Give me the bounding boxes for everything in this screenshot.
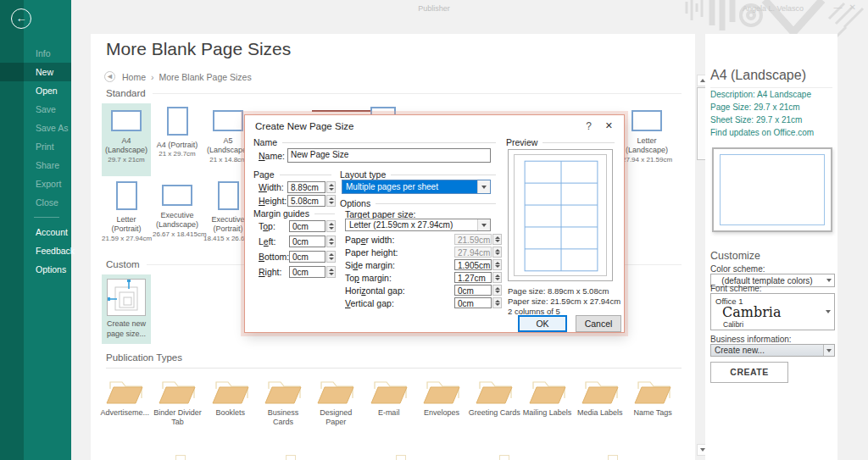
spinner-control[interactable] <box>492 272 502 283</box>
publication-types-row: Advertiseme...Binder Divider TabBooklets… <box>98 373 679 428</box>
bottom-input[interactable]: 0cm <box>289 251 326 263</box>
page-size-tile[interactable]: A4 (Landscape)29.7 x 21cm <box>102 103 151 176</box>
dialog-close-icon[interactable]: ✕ <box>605 120 613 131</box>
window-close-icon[interactable]: ✕ <box>849 3 863 12</box>
back-button[interactable]: ← <box>11 8 31 29</box>
backstage-sidebar: ← InfoNewOpenSaveSave AsPrintShareExport… <box>0 0 71 460</box>
breadcrumb-home[interactable]: Home <box>122 72 146 82</box>
spinner-control[interactable] <box>326 266 336 278</box>
folder-fragment <box>499 455 509 460</box>
page-size-tile[interactable]: Letter (Portrait)21.59 x 27.94cm <box>102 178 151 251</box>
sidebar-item-feedback[interactable]: Feedback <box>0 241 71 260</box>
minimize-icon[interactable]: — <box>834 3 849 12</box>
publication-type-binder-divider-tab[interactable]: Binder Divider Tab <box>151 373 203 428</box>
sidebar-item-print: Print <box>0 137 71 156</box>
font-scheme-select[interactable]: Office 1 Cambria Calibri <box>710 293 835 330</box>
page-size-tile[interactable]: Executive (Landscape)26.67 x 18.415cm <box>153 178 202 251</box>
template-preview-image <box>712 147 832 232</box>
field-label: Top: <box>259 221 275 231</box>
dialog-title: Create New Page Size <box>255 121 353 131</box>
page-size-icon <box>107 279 146 316</box>
template-details-panel: A4 (Landscape) Description: A4 Landscape… <box>705 34 837 460</box>
sidebar-item-new[interactable]: New <box>0 63 71 81</box>
find-updates-link[interactable]: Find updates on Office.com <box>710 128 814 137</box>
chevron-down-icon <box>823 345 834 356</box>
publication-type-booklets[interactable]: Booklets <box>204 373 257 428</box>
spinner-control <box>492 247 502 258</box>
publisher-backstage-window: Publisher Angela L. Velasco —✕ ← InfoNew… <box>0 0 868 460</box>
side-margin-input[interactable]: 1.905cm <box>454 259 492 270</box>
spinner-control[interactable] <box>326 220 336 232</box>
breadcrumb-back-icon[interactable]: ◄ <box>104 71 115 82</box>
publication-type-media-labels[interactable]: Media Labels <box>574 373 626 428</box>
chevron-down-icon <box>477 180 490 193</box>
folder-icon <box>316 376 355 405</box>
custom-tile-label: Create new page size... <box>102 319 151 339</box>
top-input[interactable]: 0cm <box>289 220 326 232</box>
spinner-control[interactable] <box>326 251 336 263</box>
left-input[interactable]: 0cm <box>289 236 326 247</box>
publication-type-envelopes[interactable]: Envelopes <box>415 373 468 428</box>
tile-size: 21.59 x 27.94cm <box>102 235 151 243</box>
publication-type-e-mail[interactable]: E-mail <box>362 373 415 428</box>
business-info-select[interactable]: Create new... <box>710 344 835 357</box>
page-size-tile[interactable]: Letter (Landscape)27.94 x 21.59cm <box>622 103 671 176</box>
publication-type-business-cards[interactable]: Business Cards <box>257 373 309 428</box>
top-margin-input[interactable]: 1.27cm <box>454 272 492 283</box>
folder-label: Media Labels <box>574 408 626 418</box>
page-thumbnail <box>111 110 142 131</box>
page-thumbnail <box>218 181 239 210</box>
height-input[interactable]: 5.08cm <box>287 195 326 207</box>
page-size-tile[interactable]: A4 (Portrait)21 x 29.7cm <box>153 103 202 176</box>
sidebar-item-save-as: Save As <box>0 119 71 137</box>
publication-type-designed-paper[interactable]: Designed Paper <box>309 373 362 428</box>
paper-width-input: 21.59cm <box>454 234 492 245</box>
field-label: Right: <box>259 267 281 277</box>
name-input[interactable]: New Page Size <box>287 148 491 163</box>
right-input[interactable]: 0cm <box>289 266 326 278</box>
chevron-down-icon <box>826 310 831 313</box>
spinner-control[interactable] <box>492 285 502 296</box>
folder-icon <box>158 376 197 405</box>
customize-heading: Customize <box>710 250 760 262</box>
sidebar-item-options[interactable]: Options <box>0 260 71 279</box>
template-description: Description: A4 Landscape <box>710 90 811 99</box>
spinner-control[interactable] <box>326 195 336 207</box>
publication-type-greeting-cards[interactable]: Greeting Cards <box>468 373 520 428</box>
page-thumbnail <box>116 181 137 210</box>
spinner-control[interactable] <box>326 236 336 247</box>
group-name: Name <box>253 137 496 147</box>
layout-type-select[interactable]: Multiple pages per sheet <box>342 180 491 194</box>
help-icon[interactable]: ? <box>586 120 592 132</box>
color-scheme-label: Color scheme: <box>710 264 765 274</box>
page-thumbnail <box>632 110 662 131</box>
sidebar-item-account[interactable]: Account <box>0 223 71 241</box>
group-preview: Preview <box>506 137 615 147</box>
folder-fragment <box>175 455 186 460</box>
folder-label: Name Tags <box>626 408 679 418</box>
create-new-page-size-tile[interactable]: Create new page size... <box>102 274 151 344</box>
ok-button[interactable]: OK <box>518 315 567 332</box>
breadcrumb: ◄ Home › More Blank Page Sizes <box>104 71 252 82</box>
create-button[interactable]: CREATE <box>710 362 788 383</box>
sidebar-item-export: Export <box>0 175 71 193</box>
field-label: Vertical gap: <box>345 298 394 308</box>
page-title: More Blank Page Sizes <box>106 39 291 59</box>
cancel-button[interactable]: Cancel <box>576 315 621 332</box>
spinner-control[interactable] <box>492 297 502 308</box>
horizontal-gap-input[interactable]: 0cm <box>454 285 492 296</box>
publication-type-mailing-labels[interactable]: Mailing Labels <box>520 373 573 428</box>
folder-icon <box>633 376 672 405</box>
publication-type-advertiseme[interactable]: Advertiseme... <box>98 373 151 428</box>
folder-label: Mailing Labels <box>520 408 573 418</box>
spinner-control[interactable] <box>492 259 502 270</box>
target-paper-size-select[interactable]: Letter (21.59cm x 27.94cm) <box>345 219 491 231</box>
spinner-control[interactable] <box>326 181 336 193</box>
vertical-gap-input[interactable]: 0cm <box>454 297 492 308</box>
publication-type-name-tags[interactable]: Name Tags <box>626 373 679 428</box>
width-input[interactable]: 8.89cm <box>287 181 326 193</box>
paper-height-input: 27.94cm <box>454 247 492 258</box>
account-name[interactable]: Angela L. Velasco <box>743 4 804 13</box>
preview-paper-size: Paper size: 21.59cm x 27.94cm <box>508 297 620 306</box>
sidebar-item-open[interactable]: Open <box>0 81 71 100</box>
